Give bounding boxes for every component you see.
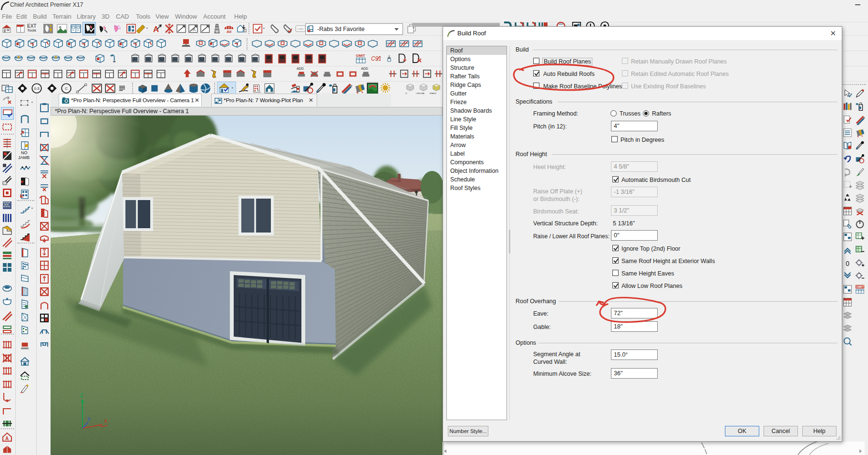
svg-text:A: A: [193, 27, 196, 32]
svg-text:All: All: [227, 30, 231, 34]
svg-text:A: A: [5, 436, 9, 441]
svg-text:C: C: [65, 86, 68, 91]
svg-text:OMIT: OMIT: [856, 285, 865, 288]
svg-text:Z: Z: [80, 392, 83, 398]
svg-text:0-3: 0-3: [34, 86, 40, 91]
svg-text:CAD: CAD: [297, 27, 304, 31]
svg-text:A: A: [153, 25, 159, 34]
svg-text:X: X: [104, 418, 108, 424]
svg-text:0: 0: [846, 260, 849, 267]
svg-text:Y: Y: [87, 416, 91, 422]
svg-text:OMIT: OMIT: [356, 53, 365, 58]
